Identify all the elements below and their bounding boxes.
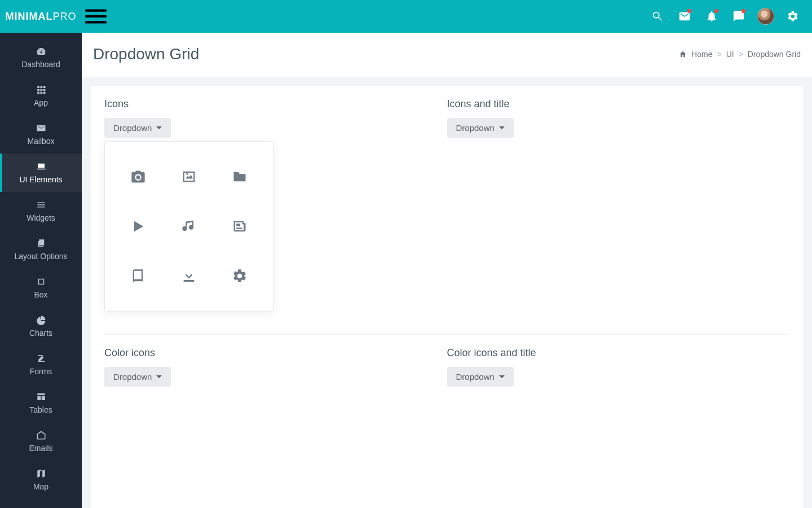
dropdown-item-image[interactable] xyxy=(164,152,214,202)
sidebar-item-tables[interactable]: Tables xyxy=(0,384,82,422)
caret-down-icon xyxy=(156,375,162,378)
table-icon xyxy=(36,392,46,402)
sidebar-item-label: Mailbox xyxy=(27,137,54,146)
notification-dot xyxy=(714,9,718,13)
settings-button[interactable] xyxy=(779,0,806,33)
edit-icon xyxy=(36,353,46,364)
search-button[interactable] xyxy=(644,0,671,33)
sidebar-item-widgets[interactable]: Widgets xyxy=(0,192,82,230)
sidebar-item-label: Map xyxy=(33,482,48,491)
section-title: Icons xyxy=(104,98,447,110)
camera-icon xyxy=(130,169,146,185)
sidebar-item-label: Forms xyxy=(30,367,52,376)
open-envelope-icon xyxy=(36,430,46,440)
notifications-button[interactable] xyxy=(698,0,725,33)
breadcrumb: Home > UI > Dropdown Grid xyxy=(679,50,801,59)
logo[interactable]: MINIMALPRO xyxy=(0,0,82,33)
sidebar-item-layout-options[interactable]: Layout Options xyxy=(0,230,82,269)
section-color-icons: Color icons Dropdown xyxy=(104,347,447,508)
caret-down-icon xyxy=(499,375,505,378)
search-icon xyxy=(651,10,664,23)
sidebar-item-label: Dashboard xyxy=(21,60,60,69)
header-actions xyxy=(644,0,812,33)
dropdown-item-camera[interactable] xyxy=(113,152,164,202)
sidebar-item-box[interactable]: Box xyxy=(0,269,82,307)
dropdown-item-download[interactable] xyxy=(164,251,214,301)
section-title: Icons and title xyxy=(447,98,790,110)
logo-text: MINIMALPRO xyxy=(6,11,77,23)
dropdown-button[interactable]: Dropdown xyxy=(447,118,514,138)
download-icon xyxy=(181,268,197,284)
play-icon xyxy=(130,218,146,234)
sidebar-item-label: UI Elements xyxy=(19,175,62,184)
sidebar: Dashboard App Mailbox UI Elements Widget… xyxy=(0,33,82,508)
map-icon xyxy=(36,468,46,479)
sidebar-item-mailbox[interactable]: Mailbox xyxy=(0,115,82,154)
dropdown-item-gear[interactable] xyxy=(214,251,265,301)
top-header: MINIMALPRO xyxy=(0,0,812,33)
bars-icon xyxy=(82,2,110,30)
sidebar-item-label: Charts xyxy=(29,329,52,338)
main-card: Icons Dropdown xyxy=(91,86,803,508)
sidebar-item-forms[interactable]: Forms xyxy=(0,345,82,384)
section-icons-and-title: Icons and title Dropdown xyxy=(447,98,790,334)
sidebar-toggle-button[interactable] xyxy=(82,0,110,33)
dropdown-button[interactable]: Dropdown xyxy=(104,118,171,138)
avatar xyxy=(757,8,774,25)
sidebar-item-ui-elements[interactable]: UI Elements xyxy=(0,154,82,192)
page-title: Dropdown Grid xyxy=(93,45,199,63)
grid-icon xyxy=(36,85,46,95)
notification-dot xyxy=(742,9,745,13)
square-icon xyxy=(36,277,46,287)
section-title: Color icons and title xyxy=(447,347,790,359)
dropdown-button[interactable]: Dropdown xyxy=(104,367,171,387)
dropdown-item-book[interactable] xyxy=(113,251,164,301)
dropdown-button[interactable]: Dropdown xyxy=(447,367,514,387)
caret-down-icon xyxy=(156,126,162,129)
sidebar-item-charts[interactable]: Charts xyxy=(0,307,82,345)
dropdown-item-folder[interactable] xyxy=(214,152,265,202)
dropdown-button-label: Dropdown xyxy=(113,123,152,133)
music-icon xyxy=(181,218,197,234)
section-color-icons-and-title: Color icons and title Dropdown xyxy=(447,347,790,508)
content-area: Dropdown Grid Home > UI > Dropdown Grid … xyxy=(82,33,812,508)
breadcrumb-separator: > xyxy=(717,50,721,59)
copy-icon xyxy=(36,238,46,248)
sidebar-item-label: Widgets xyxy=(27,213,55,222)
dropdown-grid-panel xyxy=(104,141,273,312)
tachometer-icon xyxy=(36,46,46,56)
mail-button[interactable] xyxy=(671,0,698,33)
breadcrumb-ui[interactable]: UI xyxy=(726,50,734,59)
dropdown-button-label: Dropdown xyxy=(456,372,495,382)
caret-down-icon xyxy=(499,126,505,129)
gear-icon xyxy=(787,10,799,23)
sidebar-item-label: Box xyxy=(34,290,47,299)
sidebar-item-label: App xyxy=(34,98,48,107)
sidebar-item-label: Layout Options xyxy=(14,252,67,261)
image-icon xyxy=(181,169,197,185)
dropdown-item-music[interactable] xyxy=(164,202,214,251)
user-menu-button[interactable] xyxy=(752,0,779,33)
breadcrumb-separator: > xyxy=(739,50,743,59)
sidebar-item-app[interactable]: App xyxy=(0,77,82,115)
sidebar-item-emails[interactable]: Emails xyxy=(0,422,82,461)
newspaper-icon xyxy=(232,218,248,234)
folder-icon xyxy=(232,169,248,185)
sidebar-item-label: Tables xyxy=(29,405,52,414)
laptop-icon xyxy=(36,161,46,172)
sidebar-item-map[interactable]: Map xyxy=(0,461,82,499)
dropdown-button-label: Dropdown xyxy=(113,372,152,382)
messages-button[interactable] xyxy=(725,0,752,33)
section-title: Color icons xyxy=(104,347,447,359)
list-icon xyxy=(36,200,46,210)
breadcrumb-current: Dropdown Grid xyxy=(748,50,801,59)
gear-icon xyxy=(232,268,248,284)
dropdown-item-newspaper[interactable] xyxy=(214,202,265,251)
pie-chart-icon xyxy=(36,315,46,325)
dropdown-item-play[interactable] xyxy=(113,202,164,251)
envelope-icon xyxy=(36,123,46,133)
sidebar-item-dashboard[interactable]: Dashboard xyxy=(0,38,82,77)
sidebar-item-label: Emails xyxy=(29,444,52,453)
breadcrumb-home[interactable]: Home xyxy=(691,50,712,59)
dropdown-button-label: Dropdown xyxy=(456,123,495,133)
